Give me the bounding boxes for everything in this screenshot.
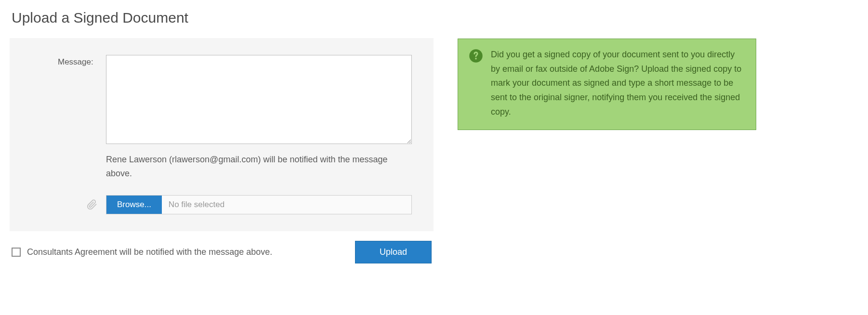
file-name-display: No file selected	[162, 196, 411, 214]
upload-form-panel: Message: Rene Lawerson (rlawerson@gmail.…	[10, 38, 434, 231]
svg-point-1	[475, 58, 477, 60]
file-input-wrapper: Browse... No file selected	[106, 195, 412, 214]
notify-agreement-checkbox[interactable]	[12, 248, 21, 257]
notify-recipient-text: Rene Lawerson (rlawerson@gmail.com) will…	[106, 153, 412, 181]
paperclip-icon	[87, 199, 97, 210]
notify-agreement-label: Consultants Agreement will be notified w…	[27, 247, 272, 257]
help-icon	[469, 56, 483, 65]
browse-button[interactable]: Browse...	[106, 196, 162, 214]
help-text: Did you get a signed copy of your docume…	[491, 48, 745, 119]
help-panel: Did you get a signed copy of your docume…	[458, 39, 756, 130]
upload-button[interactable]: Upload	[355, 241, 432, 263]
page-title: Upload a Signed Document	[10, 10, 434, 26]
message-input[interactable]	[106, 55, 412, 144]
message-label: Message:	[58, 55, 106, 67]
